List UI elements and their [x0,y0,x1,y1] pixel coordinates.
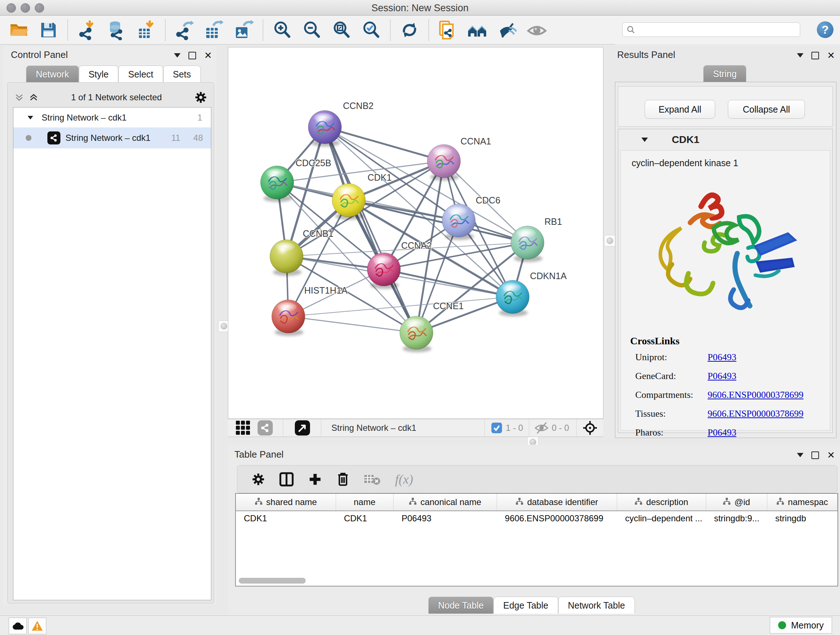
import-table-icon[interactable] [136,20,156,40]
node-table[interactable]: shared namenamecanonical namedatabase id… [235,493,838,586]
protein-card-header[interactable]: CDK1 [618,129,832,150]
refresh-icon[interactable] [399,20,420,40]
crosslink-link[interactable]: 9606.ENSP00000378699 [707,409,804,419]
table-row[interactable]: CDK1CDK1P064939606.ENSP00000378699cyclin… [236,511,837,526]
node-label-HIST1H1A: HIST1H1A [304,285,347,295]
zoom-fit-icon[interactable] [332,20,352,40]
crosslink-link[interactable]: P06493 [707,371,736,382]
zoom-in-icon[interactable] [272,20,292,40]
collapse-all-button[interactable]: Collapse All [728,100,805,119]
node-CCNA1[interactable] [427,144,461,181]
tab-edge-table[interactable]: Edge Table [493,597,558,614]
collapse-all-icon[interactable] [14,93,24,102]
tab-sets[interactable]: Sets [163,65,201,82]
column-header-@id[interactable]: @id [706,494,767,510]
show-eye-icon[interactable] [527,20,547,40]
share-document-icon[interactable] [438,20,458,40]
tab-style[interactable]: Style [79,65,118,82]
panel-menu-icon[interactable] [797,453,804,457]
cell-name[interactable]: CDK1 [336,513,393,524]
function-icon[interactable]: f(x) [395,472,413,487]
expand-all-icon[interactable] [29,93,38,102]
crosshair-icon[interactable] [583,420,598,435]
birdseye-icon[interactable] [295,420,310,435]
right-splitter-handle[interactable] [604,235,616,247]
share-view-icon[interactable] [257,420,273,435]
close-panel-icon[interactable]: ✕ [204,51,212,60]
column-header-name[interactable]: name [336,494,393,510]
cell-shared-name[interactable]: CDK1 [236,513,336,524]
panel-menu-icon[interactable] [797,53,804,57]
network-options-gear-icon[interactable] [195,91,207,103]
cell-@id[interactable]: stringdb:9... [706,513,767,524]
network-canvas[interactable]: CCNB2CCNA1CDC25BCDK1CDC6RB1CCNB1CCNA2CDK… [228,47,603,419]
column-header-shared-name[interactable]: shared name [236,494,336,510]
delete-table-icon[interactable] [364,473,381,486]
help-button[interactable]: ? [817,21,834,38]
horizontal-scrollbar[interactable] [239,578,306,584]
export-table-icon[interactable] [204,20,224,40]
float-panel-icon[interactable] [812,52,819,59]
cloud-button[interactable] [9,618,27,634]
node-HIST1H1A[interactable] [272,300,305,336]
node-RB1[interactable] [511,226,544,262]
tab-string[interactable]: String [703,65,746,82]
network-edge-count: 48 [193,133,203,143]
column-header-database-identifier[interactable]: database identifier [497,494,617,510]
node-CCNE1[interactable] [400,316,433,352]
search-box[interactable] [622,22,800,37]
search-input[interactable] [638,24,796,35]
string-home-icon[interactable] [467,20,488,40]
network-collection-row[interactable]: String Network – cdk1 1 [13,108,211,127]
node-CDC6[interactable] [442,204,475,240]
crosslink-link[interactable]: P06493 [707,352,736,363]
tab-node-table[interactable]: Node Table [428,597,493,614]
network-row[interactable]: String Network – cdk1 11 48 [13,127,211,149]
zoom-selected-icon[interactable] [361,20,381,40]
node-CDK1[interactable] [332,184,365,220]
cell-namespac[interactable]: stringdb [767,513,837,524]
selected-checkbox[interactable] [491,423,502,433]
node-CCNA2[interactable] [367,253,401,289]
column-header-namespac[interactable]: namespac [767,494,837,510]
memory-button[interactable]: Memory [770,617,832,633]
tab-select[interactable]: Select [118,65,163,82]
collapse-collection-icon[interactable] [27,116,33,119]
column-header-canonical-name[interactable]: canonical name [393,494,497,510]
cell-canonical-name[interactable]: P06493 [393,513,497,524]
close-panel-icon[interactable]: ✕ [827,450,835,460]
save-session-icon[interactable] [38,20,58,40]
collapse-card-icon[interactable] [641,138,648,142]
close-panel-icon[interactable]: ✕ [827,51,835,60]
column-header-description[interactable]: description [617,494,706,510]
panel-menu-icon[interactable] [174,53,180,57]
crosslink-link[interactable]: P06493 [707,427,736,438]
warnings-button[interactable] [28,618,46,634]
settings-gear-icon[interactable] [252,473,265,486]
hide-eye-icon[interactable] [497,20,517,40]
add-icon[interactable] [308,472,322,486]
expand-all-button[interactable]: Expand All [645,100,715,119]
cell-database-identifier[interactable]: 9606.ENSP00000378699 [497,513,617,524]
node-CDC25B[interactable] [261,166,294,202]
tab-network-table[interactable]: Network Table [558,597,635,614]
tab-network[interactable]: Network [26,65,79,82]
node-CDKN1A[interactable] [496,280,529,317]
float-panel-icon[interactable] [188,52,196,59]
zoom-out-icon[interactable] [302,20,322,40]
cell-description[interactable]: cyclin–dependent ... [617,513,706,524]
node-CCNB2[interactable] [308,111,341,147]
node-CCNB1[interactable] [270,240,303,276]
string-network-graph[interactable]: CCNB2CCNA1CDC25BCDK1CDC6RB1CCNB1CCNA2CDK… [228,48,603,418]
import-database-icon[interactable] [106,20,126,40]
float-panel-icon[interactable] [812,451,819,459]
import-network-icon[interactable] [77,20,97,40]
trash-icon[interactable] [336,472,349,486]
columns-icon[interactable] [279,472,294,486]
crosslink-link[interactable]: 9606.ENSP00000378699 [707,390,804,401]
export-network-icon[interactable] [174,20,195,40]
export-image-icon[interactable] [234,20,254,40]
grid-view-icon[interactable] [235,420,251,436]
open-session-icon[interactable] [9,20,29,40]
crosslink-label: Tissues: [635,409,707,419]
